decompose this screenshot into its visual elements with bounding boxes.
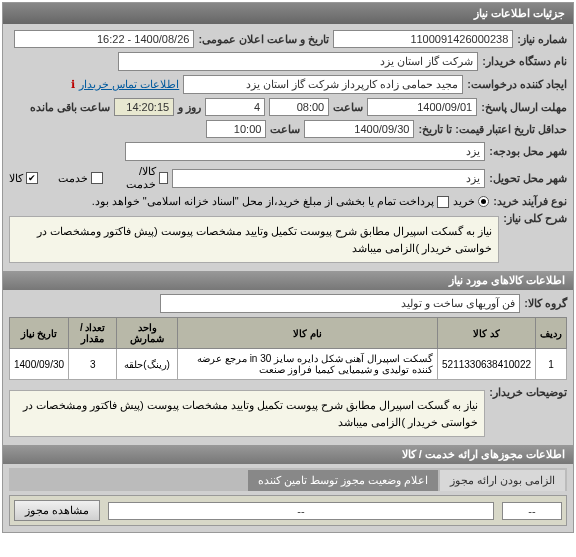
td-qty: 3 bbox=[69, 349, 117, 380]
radio-buy[interactable]: خرید bbox=[453, 195, 489, 208]
td-date: 1400/09/30 bbox=[10, 349, 69, 380]
chk-service[interactable]: خدمت bbox=[58, 172, 103, 185]
th-date: تاریخ نیاز bbox=[10, 318, 69, 349]
announce-label: تاریخ و ساعت اعلان عمومی: bbox=[198, 33, 329, 46]
chk-goods-service[interactable]: کالا/خدمت bbox=[123, 165, 168, 191]
budget-place-field: یزد bbox=[125, 142, 485, 161]
chk-treasury[interactable]: پرداخت تمام یا بخشی از مبلغ خرید،از محل … bbox=[92, 195, 450, 208]
deadline-time: 08:00 bbox=[269, 98, 329, 116]
need-desc-label: شرح کلی نیاز: bbox=[503, 212, 567, 225]
delivery-place-field: یزد bbox=[172, 169, 485, 188]
goods-group-field: فن آوریهای ساخت و تولید bbox=[160, 294, 520, 313]
main-panel: جزئیات اطلاعات نیاز شماره نیاز: 11000914… bbox=[2, 2, 574, 533]
deadline-days: 4 bbox=[205, 98, 265, 116]
delivery-place-label: شهر محل تحویل: bbox=[489, 172, 567, 185]
th-name: نام کالا bbox=[177, 318, 437, 349]
th-unit: واحد شمارش bbox=[117, 318, 177, 349]
announce-field: 1400/08/26 - 16:22 bbox=[14, 30, 194, 48]
chk-goods[interactable]: کالا bbox=[9, 172, 38, 185]
validity-label: حداقل تاریخ اعتبار قیمت: تا تاریخ: bbox=[418, 123, 567, 136]
requester-field: مجید حمامی زاده کارپرداز شرکت گاز استان … bbox=[183, 75, 463, 94]
th-idx: ردیف bbox=[536, 318, 567, 349]
tabs: الزامی بودن ارائه مجوز اعلام وضعیت مجوز … bbox=[9, 468, 567, 491]
td-idx: 1 bbox=[536, 349, 567, 380]
chk-goods-label: کالا bbox=[9, 172, 23, 185]
contact-link[interactable]: اطلاعات تماس خریدار bbox=[79, 78, 179, 91]
status-row: -- -- مشاهده مجوز bbox=[9, 495, 567, 526]
deadline-date: 1400/09/01 bbox=[367, 98, 477, 116]
requester-label: ایجاد کننده درخواست: bbox=[467, 78, 567, 91]
deadline-remain: 14:20:15 bbox=[114, 98, 174, 116]
need-desc-text: نیاز به گسکت اسپیرال مطابق شرح پیوست تکم… bbox=[9, 216, 499, 263]
status-dash1: -- bbox=[502, 502, 562, 520]
table-header-row: ردیف کد کالا نام کالا واحد شمارش تعداد /… bbox=[10, 318, 567, 349]
view-permit-button[interactable]: مشاهده مجوز bbox=[14, 500, 100, 521]
table-row: 1 5211330638410022 گسکت اسپیرال آهنی شکل… bbox=[10, 349, 567, 380]
chk-treasury-label: پرداخت تمام یا بخشی از مبلغ خرید،از محل … bbox=[92, 195, 435, 208]
buyer-org-field: شرکت گاز استان یزد bbox=[118, 52, 478, 71]
buyer-notes-text: نیاز به گسکت اسپیرال مطابق شرح پیوست تکم… bbox=[9, 390, 485, 437]
radio-buy-label: خرید bbox=[453, 195, 475, 208]
need-no-label: شماره نیاز: bbox=[517, 33, 567, 46]
td-unit: (رینگ)حلقه bbox=[117, 349, 177, 380]
deadline-time-label: ساعت bbox=[333, 101, 363, 114]
deadline-label: مهلت ارسال پاسخ: bbox=[481, 101, 567, 114]
panel-body: شماره نیاز: 1100091426000238 تاریخ و ساع… bbox=[3, 24, 573, 532]
deadline-days-label: روز و bbox=[178, 101, 201, 114]
th-qty: تعداد / مقدار bbox=[69, 318, 117, 349]
validity-time-label: ساعت bbox=[270, 123, 300, 136]
td-code: 5211330638410022 bbox=[438, 349, 536, 380]
deadline-remain-label: ساعت باقی مانده bbox=[30, 101, 110, 114]
goods-header: اطلاعات کالاهای مورد نیاز bbox=[3, 271, 573, 290]
checkbox-icon bbox=[159, 172, 168, 184]
radio-icon bbox=[478, 196, 489, 207]
need-no-field: 1100091426000238 bbox=[333, 30, 513, 48]
th-code: کد کالا bbox=[438, 318, 536, 349]
checkbox-icon bbox=[26, 172, 38, 184]
validity-date: 1400/09/30 bbox=[304, 120, 414, 138]
panel-title: جزئیات اطلاعات نیاز bbox=[3, 3, 573, 24]
status-dash2: -- bbox=[108, 502, 494, 520]
td-name: گسکت اسپیرال آهنی شکل دایره سایز 30 in م… bbox=[177, 349, 437, 380]
goods-group-label: گروه کالا: bbox=[524, 297, 567, 310]
permits-header: اطلاعات مجوزهای ارائه خدمت / کالا bbox=[3, 445, 573, 464]
info-icon: ℹ bbox=[71, 78, 75, 91]
validity-time: 10:00 bbox=[206, 120, 266, 138]
budget-place-label: شهر محل بودجه: bbox=[489, 145, 567, 158]
chk-service-label: خدمت bbox=[58, 172, 88, 185]
goods-table: ردیف کد کالا نام کالا واحد شمارش تعداد /… bbox=[9, 317, 567, 380]
tab-status[interactable]: اعلام وضعیت مجوز توسط تامین کننده bbox=[248, 470, 438, 491]
process-label: نوع فرآیند خرید: bbox=[493, 195, 567, 208]
chk-gs-label: کالا/خدمت bbox=[123, 165, 156, 191]
buyer-notes-label: توضیحات خریدار: bbox=[489, 386, 567, 399]
buyer-org-label: نام دستگاه خریدار: bbox=[482, 55, 567, 68]
checkbox-icon bbox=[437, 196, 449, 208]
checkbox-icon bbox=[91, 172, 103, 184]
tab-mandatory[interactable]: الزامی بودن ارائه مجوز bbox=[440, 470, 565, 491]
